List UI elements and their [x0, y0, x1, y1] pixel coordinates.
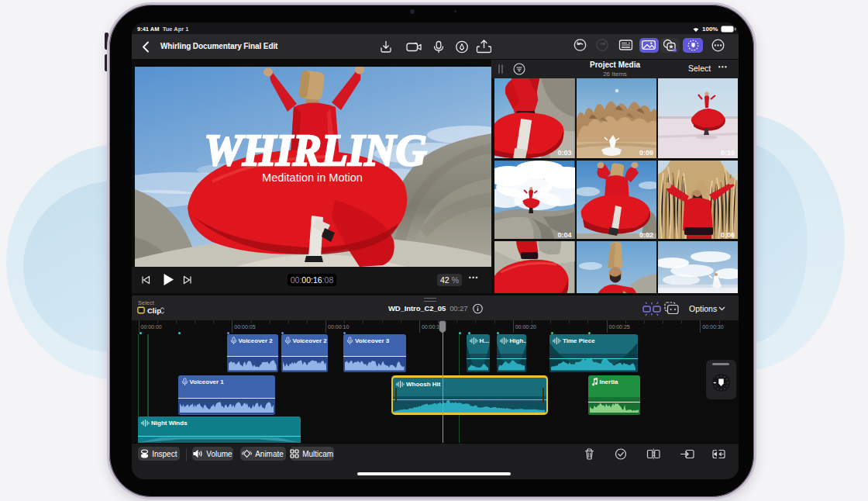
- svg-text:0:10: 0:10: [721, 149, 735, 157]
- svg-text:0:03: 0:03: [557, 149, 571, 157]
- svg-text:0:02: 0:02: [639, 231, 653, 239]
- svg-text:0:06: 0:06: [721, 231, 735, 239]
- svg-text:0:04: 0:04: [557, 231, 571, 239]
- svg-text:0:09: 0:09: [639, 149, 653, 157]
- svg-text:Meditation in Motion: Meditation in Motion: [262, 171, 363, 184]
- svg-text:WHIRLING: WHIRLING: [204, 125, 426, 175]
